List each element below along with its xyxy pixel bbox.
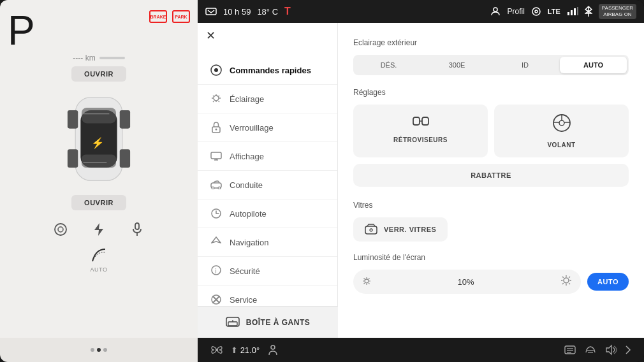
open-bottom-button[interactable]: OUVRIR: [71, 195, 126, 210]
park-icon: PARK: [172, 10, 190, 23]
rabattre-button[interactable]: RABATTRE: [353, 164, 629, 187]
taskbar-right: [564, 344, 631, 356]
lighting-opt-id[interactable]: ID: [492, 57, 559, 73]
screen: P BRAKE PARK ---- km OUVRIR: [0, 0, 644, 362]
svg-rect-25: [577, 7, 578, 15]
mic-icon-button[interactable]: [127, 219, 147, 240]
car-image: ⚡: [35, 88, 163, 190]
menu-item-navigation[interactable]: Navigation: [198, 228, 337, 257]
menu-item-securite[interactable]: i Sécurité: [198, 257, 337, 286]
settings-panel: Eclairage extérieur DÉS. 300E ID AUTO Ré…: [338, 23, 644, 338]
svg-point-21: [535, 10, 538, 13]
auto-brightness-button[interactable]: AUTO: [587, 273, 629, 291]
svg-point-58: [216, 349, 218, 351]
wiper-label: AUTO: [91, 266, 108, 273]
retroviseurs-icon: [411, 113, 431, 131]
dot-1: [91, 348, 94, 352]
menu-panel: Commandes rapides Éclairage: [198, 23, 338, 338]
chevron-right-icon[interactable]: [625, 345, 631, 355]
bolt-icon-button[interactable]: [89, 219, 109, 240]
glovebox-button[interactable]: BOÎTE À GANTS: [198, 306, 338, 338]
odometer-bar: [99, 57, 125, 59]
svg-rect-6: [68, 110, 78, 129]
airbag-badge: PASSENGERAIRBAG ON: [599, 4, 636, 18]
eclairage-label: Éclairage: [230, 94, 264, 104]
network-label: LTE: [548, 8, 560, 15]
menu-item-commandes[interactable]: Commandes rapides: [198, 56, 337, 85]
brightness-value: 10%: [376, 277, 555, 287]
navigation-label: Navigation: [230, 238, 268, 247]
glovebox-label: BOÎTE À GANTS: [246, 318, 311, 327]
taskbar-left: ⬆ 21.0°: [210, 344, 279, 356]
svg-point-13: [55, 224, 66, 235]
volume-icon[interactable]: [604, 344, 617, 356]
lighting-opt-300e[interactable]: 300E: [423, 57, 490, 73]
brightness-high-icon: [560, 275, 572, 289]
commandes-icon: [210, 64, 222, 76]
status-bar-right: Profil LTE PASSENGERAIRBAG ON: [490, 4, 636, 18]
close-button[interactable]: ✕: [198, 23, 223, 48]
svg-rect-24: [574, 8, 576, 15]
vitres-row: VERR. VITRES: [353, 217, 629, 242]
bottom-icons: [50, 219, 147, 240]
svg-point-14: [58, 227, 63, 232]
menu-item-conduite[interactable]: Conduite: [198, 171, 337, 199]
retroviseurs-label: RÉTROVISEURS: [393, 136, 448, 143]
svg-point-36: [218, 187, 221, 189]
affichage-label: Affichage: [230, 152, 264, 161]
svg-point-55: [370, 229, 372, 231]
volant-button[interactable]: VOLANT: [494, 105, 629, 157]
lighting-opt-auto[interactable]: AUTO: [560, 57, 627, 73]
menu-item-autopilote[interactable]: Autopilote: [198, 199, 337, 228]
retroviseurs-button[interactable]: RÉTROVISEURS: [353, 105, 488, 157]
menu-item-eclairage[interactable]: Éclairage: [198, 85, 337, 113]
open-top-button[interactable]: OUVRIR: [71, 66, 126, 82]
affichage-icon: [210, 150, 222, 162]
navigation-icon: [210, 236, 222, 248]
brightness-low-icon: [362, 277, 371, 287]
profile-label[interactable]: Profil: [507, 7, 524, 16]
verr-vitres-label: VERR. VITRES: [384, 226, 436, 233]
wiper-icon: [87, 245, 110, 265]
menu-item-affichage[interactable]: Affichage: [198, 142, 337, 171]
fan-icon[interactable]: [210, 344, 223, 356]
gear-indicator: P: [8, 10, 35, 51]
front-defrost-icon[interactable]: [584, 344, 597, 356]
temp-display: 18° C: [257, 7, 278, 17]
svg-rect-54: [365, 226, 377, 234]
svg-point-28: [214, 96, 219, 101]
temp-center: ⬆ 21.0°: [231, 345, 260, 355]
svg-point-35: [212, 187, 214, 189]
dot-3: [103, 348, 107, 352]
lighting-opt-des[interactable]: DÉS.: [355, 57, 422, 73]
svg-rect-47: [422, 117, 428, 125]
reglages-section-title: Réglages: [353, 88, 629, 97]
svg-rect-44: [228, 322, 237, 326]
rear-defrost-icon[interactable]: [564, 344, 576, 356]
camera-icon-button[interactable]: [50, 219, 71, 240]
settings-icon: [531, 6, 541, 17]
verr-vitres-button[interactable]: VERR. VITRES: [353, 217, 448, 242]
menu-item-verrouillage[interactable]: Verrouillage: [198, 113, 337, 142]
signal-icon: [567, 7, 578, 16]
svg-rect-9: [120, 149, 130, 168]
status-bar-left: 10 h 59 18° C T: [205, 6, 291, 17]
autopilote-icon: [210, 208, 222, 219]
brake-icon: BRAKE: [149, 10, 167, 23]
odometer: ---- km: [73, 54, 124, 62]
page-dots: [91, 348, 107, 352]
svg-point-57: [564, 278, 569, 283]
notification-icon: [205, 6, 217, 17]
luminosite-section-title: Luminosité de l'écran: [353, 253, 629, 262]
tesla-logo: T: [284, 6, 291, 17]
verrouillage-label: Verrouillage: [230, 123, 274, 133]
bottom-taskbar: ⬆ 21.0°: [198, 338, 644, 362]
brightness-slider[interactable]: 10%: [353, 270, 581, 294]
svg-text:i: i: [216, 268, 217, 275]
eclairage-section-title: Eclairage extérieur: [353, 38, 629, 47]
conduite-icon: [210, 179, 222, 191]
person-icon: [267, 344, 279, 356]
securite-icon: i: [210, 265, 222, 277]
svg-rect-46: [413, 117, 420, 125]
wiper-button[interactable]: AUTO: [87, 245, 110, 273]
